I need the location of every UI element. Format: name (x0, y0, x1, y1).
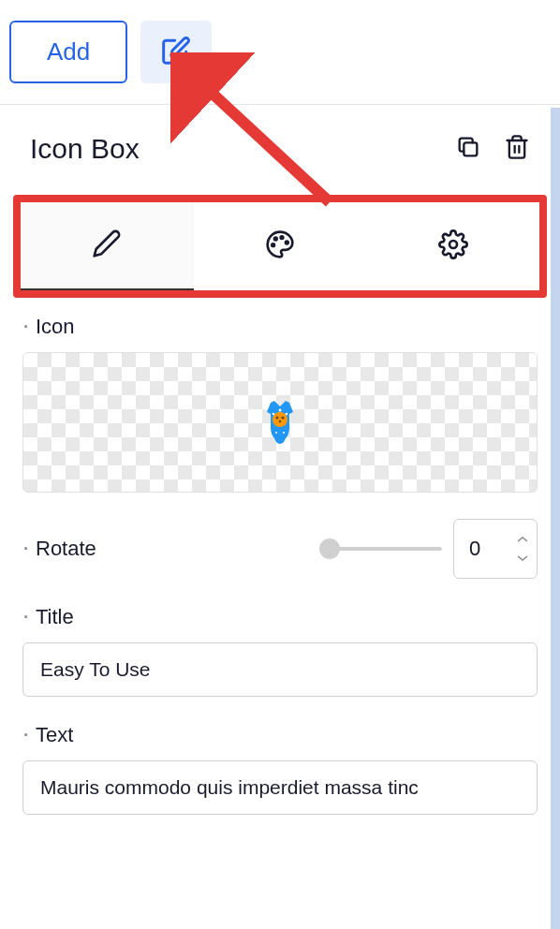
scrollbar[interactable] (551, 108, 560, 929)
properties-panel: Icon Box (0, 105, 560, 815)
panel-header: Icon Box (0, 105, 560, 184)
field-title: Title (22, 605, 538, 697)
fields-container: Icon (0, 315, 560, 815)
svg-point-16 (283, 432, 285, 434)
field-rotate: Rotate 0 (22, 519, 538, 579)
tab-style[interactable] (194, 202, 367, 290)
delete-button[interactable] (504, 134, 530, 164)
svg-point-8 (273, 412, 287, 427)
tabs-highlight (13, 195, 547, 298)
title-input[interactable] (22, 642, 538, 697)
tab-content[interactable] (21, 202, 194, 290)
pencil-icon (92, 229, 122, 262)
add-button[interactable]: Add (9, 21, 127, 83)
number-stepper (516, 531, 529, 567)
svg-point-13 (273, 413, 275, 416)
field-text: Text (22, 723, 538, 815)
text-label: Text (22, 723, 538, 747)
tab-advanced[interactable] (366, 202, 539, 290)
chevron-up-icon[interactable] (516, 531, 529, 548)
panel-actions (455, 134, 530, 164)
palette-icon (265, 229, 295, 263)
svg-point-12 (279, 409, 282, 412)
svg-point-4 (286, 242, 288, 244)
edit-button[interactable] (140, 21, 212, 83)
rotate-label: Rotate (22, 537, 96, 561)
svg-point-14 (286, 413, 288, 416)
svg-point-5 (274, 238, 277, 241)
rotate-value: 0 (469, 537, 497, 561)
panel-title: Icon Box (30, 133, 140, 165)
title-label: Title (22, 605, 538, 629)
svg-point-7 (449, 241, 457, 248)
top-bar: Add (0, 0, 560, 105)
icon-preview[interactable] (22, 352, 538, 493)
gear-icon (438, 229, 468, 263)
rotate-slider[interactable] (330, 547, 442, 551)
chevron-down-icon[interactable] (516, 550, 529, 567)
svg-point-11 (279, 420, 281, 422)
trash-icon (504, 134, 530, 164)
rotate-controls: 0 (330, 519, 538, 579)
duplicate-button[interactable] (455, 134, 481, 164)
icon-label: Icon (22, 315, 538, 339)
svg-point-9 (276, 417, 279, 420)
svg-point-15 (275, 432, 277, 434)
rotate-number-input[interactable]: 0 (453, 519, 538, 579)
duplicate-icon (455, 134, 481, 164)
edit-icon (161, 36, 191, 68)
svg-point-3 (281, 236, 284, 239)
field-icon: Icon (22, 315, 538, 493)
baby-onesie-icon (259, 399, 301, 446)
svg-point-6 (272, 243, 274, 246)
text-input[interactable] (22, 760, 538, 815)
svg-rect-0 (464, 142, 477, 155)
svg-point-10 (282, 417, 285, 420)
slider-handle[interactable] (319, 538, 340, 559)
